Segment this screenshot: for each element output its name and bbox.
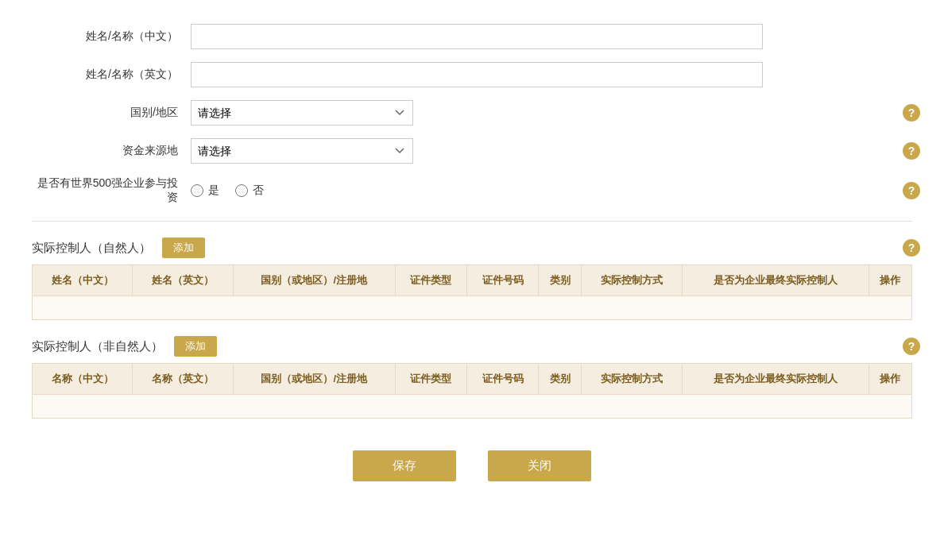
nnp-col-action: 操作 <box>869 364 911 395</box>
non-natural-person-title: 实际控制人（非自然人） <box>32 339 163 354</box>
natural-person-header-row: 姓名（中文） 姓名（英文） 国别（或地区）/注册地 证件类型 证件号码 类别 实… <box>33 265 912 296</box>
natural-person-section-header: 实际控制人（自然人） 添加 ? <box>32 238 912 258</box>
nnp-col-control-method: 实际控制方式 <box>582 364 682 395</box>
natural-person-add-button[interactable]: 添加 <box>162 238 205 258</box>
natural-person-title: 实际控制人（自然人） <box>32 241 151 256</box>
non-natural-person-empty-cell <box>33 395 912 419</box>
name-en-row: 姓名/名称（英文） <box>32 62 912 87</box>
np-col-cert-type: 证件类型 <box>395 265 466 296</box>
fund-source-help-icon[interactable]: ? <box>903 142 920 160</box>
fund-source-row: 资金来源地 请选择 ? <box>32 138 912 164</box>
natural-person-table-body <box>33 296 912 320</box>
country-help-icon[interactable]: ? <box>903 104 920 122</box>
fortune500-label: 是否有世界500强企业参与投资 <box>32 176 191 205</box>
non-natural-person-help-icon[interactable]: ? <box>903 338 920 355</box>
np-col-control-method: 实际控制方式 <box>582 265 682 296</box>
name-en-label: 姓名/名称（英文） <box>32 68 191 82</box>
fortune500-radio-group: 是 否 <box>191 183 264 198</box>
non-natural-person-section-header: 实际控制人（非自然人） 添加 ? <box>32 336 912 357</box>
fortune500-help-icon[interactable]: ? <box>903 182 920 199</box>
country-label: 国别/地区 <box>32 106 191 120</box>
non-natural-person-header-row: 名称（中文） 名称（英文） 国别（或地区）/注册地 证件类型 证件号码 类别 实… <box>33 364 912 395</box>
non-natural-person-empty-row <box>33 395 912 419</box>
np-col-is-ultimate: 是否为企业最终实际控制人 <box>682 265 869 296</box>
nnp-col-category: 类别 <box>539 364 582 395</box>
fund-source-select[interactable]: 请选择 <box>191 138 413 164</box>
non-natural-person-add-button[interactable]: 添加 <box>174 336 217 357</box>
natural-person-help-icon[interactable]: ? <box>903 239 920 257</box>
name-en-input[interactable] <box>191 62 763 87</box>
fortune500-no-option[interactable]: 否 <box>235 183 264 198</box>
name-cn-input[interactable] <box>191 24 763 49</box>
np-col-country: 国别（或地区）/注册地 <box>233 265 395 296</box>
non-natural-person-table-header: 名称（中文） 名称（英文） 国别（或地区）/注册地 证件类型 证件号码 类别 实… <box>33 364 912 395</box>
nnp-col-name-en: 名称（英文） <box>133 364 233 395</box>
close-button[interactable]: 关闭 <box>488 450 591 481</box>
nnp-col-cert-no: 证件号码 <box>466 364 538 395</box>
nnp-col-is-ultimate: 是否为企业最终实际控制人 <box>682 364 869 395</box>
divider-1 <box>32 221 912 222</box>
np-col-action: 操作 <box>869 265 911 296</box>
name-cn-label: 姓名/名称（中文） <box>32 29 191 44</box>
name-cn-row: 姓名/名称（中文） <box>32 24 912 49</box>
fortune500-no-label: 否 <box>253 183 264 198</box>
fortune500-row: 是否有世界500强企业参与投资 是 否 ? <box>32 176 912 205</box>
main-form: 姓名/名称（中文） 姓名/名称（英文） 国别/地区 请选择 ? 资金来源地 请选… <box>32 24 912 205</box>
fortune500-yes-option[interactable]: 是 <box>191 183 219 198</box>
save-button[interactable]: 保存 <box>353 450 456 481</box>
nnp-col-country: 国别（或地区）/注册地 <box>233 364 395 395</box>
natural-person-empty-row <box>33 296 912 320</box>
fortune500-yes-radio[interactable] <box>191 184 203 197</box>
nnp-col-cert-type: 证件类型 <box>395 364 466 395</box>
natural-person-empty-cell <box>33 296 912 320</box>
country-row: 国别/地区 请选择 ? <box>32 100 912 126</box>
fortune500-yes-label: 是 <box>208 183 219 198</box>
np-col-category: 类别 <box>539 265 582 296</box>
non-natural-person-table: 名称（中文） 名称（英文） 国别（或地区）/注册地 证件类型 证件号码 类别 实… <box>32 363 912 419</box>
fund-source-label: 资金来源地 <box>32 144 191 158</box>
non-natural-person-table-body <box>33 395 912 419</box>
np-col-cert-no: 证件号码 <box>466 265 538 296</box>
natural-person-table: 姓名（中文） 姓名（英文） 国别（或地区）/注册地 证件类型 证件号码 类别 实… <box>32 265 912 320</box>
np-col-name-cn: 姓名（中文） <box>33 265 133 296</box>
fortune500-no-radio[interactable] <box>235 184 248 197</box>
footer-buttons: 保存 关闭 <box>32 450 912 481</box>
country-select[interactable]: 请选择 <box>191 100 413 126</box>
nnp-col-name-cn: 名称（中文） <box>33 364 133 395</box>
natural-person-table-header: 姓名（中文） 姓名（英文） 国别（或地区）/注册地 证件类型 证件号码 类别 实… <box>33 265 912 296</box>
np-col-name-en: 姓名（英文） <box>133 265 233 296</box>
